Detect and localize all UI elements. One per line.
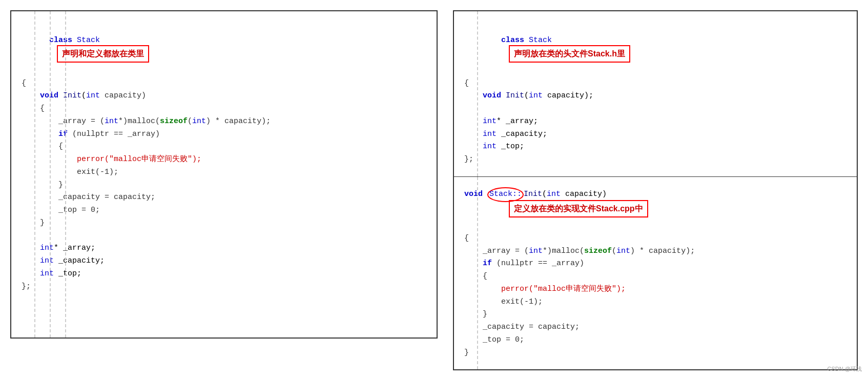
rt-brace: { bbox=[464, 77, 846, 90]
rb-top-assign: _top = 0; bbox=[464, 334, 846, 347]
left-init-brace-close: } bbox=[22, 217, 426, 230]
left-top-assign: _top = 0; bbox=[22, 204, 426, 217]
rb-if-close: } bbox=[464, 308, 846, 321]
left-if-brace-close: } bbox=[22, 179, 426, 192]
rb-cap-assign: _capacity = capacity; bbox=[464, 321, 846, 334]
left-init-sig: void Init(int capacity) bbox=[22, 90, 426, 103]
dashed-guide-1 bbox=[34, 11, 35, 338]
rb-dashed-1 bbox=[477, 177, 478, 369]
left-malloc: _array = (int*)malloc(sizeof(int) * capa… bbox=[22, 115, 426, 128]
watermark: CSDN @环浅 bbox=[828, 365, 862, 373]
left-init-brace: { bbox=[22, 103, 426, 115]
rb-if: if (nullptr == _array) bbox=[464, 257, 846, 270]
left-capacity-assign: _capacity = capacity; bbox=[22, 191, 426, 204]
main-container: class Stack 声明和定义都放在类里 { void Init(int c… bbox=[10, 10, 858, 367]
right-dashed-1 bbox=[477, 11, 478, 176]
left-exit: exit(-1); bbox=[22, 166, 426, 179]
keyword-class-left: class bbox=[49, 36, 72, 45]
left-capacity-decl: int _capacity; bbox=[22, 255, 426, 268]
left-brace-open: { bbox=[22, 77, 426, 90]
rb-func-sig: void Stack::Init(int capacity) 定义放在类的实现文… bbox=[464, 187, 846, 232]
rb-brace: { bbox=[464, 232, 846, 245]
rt-blank bbox=[464, 103, 846, 115]
left-perror: perror("malloc申请空间失败"); bbox=[22, 153, 426, 166]
rb-exit: exit(-1); bbox=[464, 296, 846, 309]
rt-top: int _top; bbox=[464, 141, 846, 153]
rb-malloc: _array = (int*)malloc(sizeof(int) * capa… bbox=[464, 245, 846, 258]
left-title-line: class Stack 声明和定义都放在类里 bbox=[22, 22, 426, 77]
left-if: if (nullptr == _array) bbox=[22, 128, 426, 141]
rt-init-decl: void Init(int capacity); bbox=[464, 90, 846, 103]
left-blank1 bbox=[22, 230, 426, 243]
rb-perror: perror("malloc申请空间失败"); bbox=[464, 283, 846, 296]
right-top-panel: class Stack 声明放在类的头文件Stack.h里 { void Ini… bbox=[453, 10, 858, 177]
left-annotation: 声明和定义都放在类里 bbox=[57, 45, 149, 63]
left-if-brace: { bbox=[22, 141, 426, 153]
left-array-decl: int* _array; bbox=[22, 242, 426, 255]
right-top-class-line: class Stack 声明放在类的头文件Stack.h里 bbox=[464, 22, 846, 77]
right-bottom-panel: void Stack::Init(int capacity) 定义放在类的实现文… bbox=[453, 177, 858, 370]
dashed-guide-2 bbox=[50, 11, 51, 338]
left-panel: class Stack 声明和定义都放在类里 { void Init(int c… bbox=[10, 10, 438, 339]
right-top-annotation: 声明放在类的头文件Stack.h里 bbox=[509, 45, 630, 63]
right-panel: class Stack 声明放在类的头文件Stack.h里 { void Ini… bbox=[453, 10, 858, 370]
rt-close: }; bbox=[464, 153, 846, 166]
rb-close: } bbox=[464, 347, 846, 360]
rt-capacity: int _capacity; bbox=[464, 128, 846, 141]
rb-if-brace: { bbox=[464, 270, 846, 283]
left-class-close: }; bbox=[22, 281, 426, 293]
rt-array: int* _array; bbox=[464, 115, 846, 128]
left-top-decl: int _top; bbox=[22, 268, 426, 281]
right-bottom-annotation: 定义放在类的实现文件Stack.cpp中 bbox=[509, 200, 648, 217]
